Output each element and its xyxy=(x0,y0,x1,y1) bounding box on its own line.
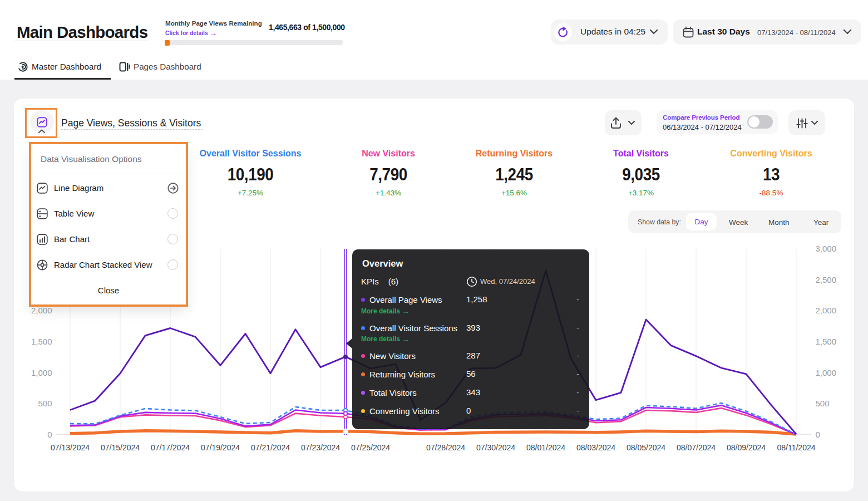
svg-text:07/19/2024: 07/19/2024 xyxy=(201,443,240,452)
svg-text:2,000: 2,000 xyxy=(816,306,837,315)
svg-text:07/17/2024: 07/17/2024 xyxy=(151,443,190,452)
svg-text:08/07/2024: 08/07/2024 xyxy=(677,443,716,452)
svg-text:500: 500 xyxy=(816,399,830,408)
svg-text:07/30/2024: 07/30/2024 xyxy=(476,443,515,452)
svg-text:08/11/2024: 08/11/2024 xyxy=(777,443,815,452)
svg-text:2,000: 2,000 xyxy=(31,306,52,315)
svg-text:0: 0 xyxy=(816,430,820,439)
svg-text:07/15/2024: 07/15/2024 xyxy=(101,443,140,452)
svg-text:07/25/2024: 07/25/2024 xyxy=(351,443,390,452)
svg-text:3,000: 3,000 xyxy=(816,244,837,253)
svg-text:08/01/2024: 08/01/2024 xyxy=(526,443,565,452)
svg-text:500: 500 xyxy=(38,399,52,408)
svg-text:2,500: 2,500 xyxy=(816,275,837,284)
svg-text:08/09/2024: 08/09/2024 xyxy=(727,443,766,452)
svg-text:1,500: 1,500 xyxy=(31,337,52,346)
svg-text:07/23/2024: 07/23/2024 xyxy=(301,443,340,452)
svg-text:0: 0 xyxy=(47,430,52,439)
svg-text:07/13/2024: 07/13/2024 xyxy=(51,443,90,452)
svg-text:07/28/2024: 07/28/2024 xyxy=(426,443,465,452)
svg-text:07/21/2024: 07/21/2024 xyxy=(251,443,290,452)
svg-text:1,000: 1,000 xyxy=(816,368,837,377)
svg-text:1,500: 1,500 xyxy=(816,337,837,346)
svg-text:08/05/2024: 08/05/2024 xyxy=(627,443,665,452)
svg-text:08/03/2024: 08/03/2024 xyxy=(576,443,615,452)
svg-text:1,000: 1,000 xyxy=(31,368,52,377)
